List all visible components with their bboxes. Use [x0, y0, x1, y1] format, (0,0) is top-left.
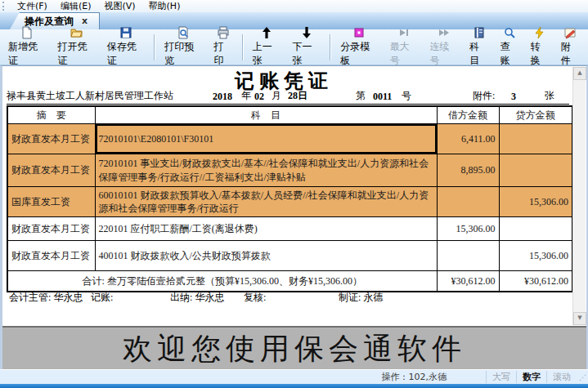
lightning-icon [533, 26, 546, 39]
status-bar: 操作：102,永德 大写 数字 滚动 ⋰ [0, 369, 588, 384]
total-debit: ¥30,612.00 [437, 271, 499, 292]
menu-help[interactable]: 帮助(H) [142, 0, 187, 12]
welcome-text: 欢迎您使用保会通软件 [123, 329, 466, 369]
check-account-button[interactable]: 查账 [494, 30, 524, 65]
window-bottom-edge [0, 384, 588, 388]
summary-cell[interactable]: 财政直发本月工资 [7, 154, 95, 187]
summary-cell[interactable]: 财政直发本月工资 [7, 217, 95, 241]
date-month-label: 月 [272, 89, 281, 103]
convert-button[interactable]: 转换 [525, 30, 555, 65]
signer-line: 会计主管: 华永忠 记账: 出纳: 华永忠 复核: 制证: 永德 [9, 291, 573, 302]
save-voucher-button[interactable]: 保存凭证 [101, 30, 150, 65]
attachment-unit: 张 [545, 89, 554, 103]
debit-cell[interactable] [437, 187, 499, 217]
summary-cell[interactable]: 国库直发工资 [7, 187, 95, 217]
print-preview-icon [177, 26, 190, 39]
menu-edit[interactable]: 编辑(E) [54, 0, 98, 12]
debit-cell[interactable]: 8,895.00 [437, 154, 499, 187]
resize-grip-icon[interactable]: ⋰ [577, 373, 588, 381]
summary-cell[interactable]: 财政直发本月工资 [7, 124, 95, 154]
total-row: 合计: 叁万零陆佰壹拾贰元整（预算¥15,306.00、财务¥15,306.00… [7, 271, 572, 292]
date-day[interactable]: 28日 [288, 89, 307, 103]
new-voucher-button[interactable]: 新增凭证 [2, 30, 52, 65]
attachment-button[interactable]: 附件 [555, 30, 586, 65]
summary-cell[interactable]: 财政直发本月工资 [7, 241, 95, 271]
voucher-workspace: 记账凭证 禄丰县黄土坡工人新村居民管理工作站 2018 年 02 月 28日 第… [0, 65, 588, 371]
unit-name: 禄丰县黄土坡工人新村居民管理工作站 [7, 89, 173, 103]
debit-cell[interactable]: 6,411.00 [437, 124, 499, 154]
subject-button[interactable]: 科目 [464, 30, 494, 65]
date-year[interactable]: 2018 [213, 91, 232, 103]
total-credit: ¥30,612.00 [499, 271, 572, 292]
template-icon [352, 26, 366, 39]
operator-status: 操作：102,永德 [382, 371, 447, 383]
debit-cell[interactable]: 15,306.00 [437, 217, 499, 241]
toolbar-separator [242, 34, 244, 60]
scroll-down-icon[interactable]: ▼ [573, 312, 586, 325]
print-preview-button[interactable]: 打印预览 [159, 30, 208, 65]
voucher-number-suffix: 号 [402, 89, 411, 103]
header-credit: 贷方金额 [499, 106, 572, 124]
voucher-table: 摘 要 科 目 借方金额 贷方金额 财政直发本月工资 72010101\E208… [7, 105, 573, 292]
tab-bar: 操作及查询 x [0, 12, 588, 30]
arrow-up-icon [260, 26, 273, 39]
toolbar-grip-icon [2, 2, 6, 11]
scrolllock-indicator: 滚动 [546, 371, 577, 383]
credit-cell[interactable]: 15,306.00 [499, 241, 572, 271]
toolbar-separator [154, 34, 155, 60]
account-cell[interactable]: 60010101 财政拨款预算收入/基本拨款/人员经费//社会保障和就业支出/人… [95, 187, 437, 217]
next-voucher-button[interactable]: 下一张 [286, 30, 326, 65]
open-voucher-button[interactable]: 打开凭证 [52, 30, 101, 65]
header-debit: 借方金额 [437, 106, 499, 124]
voucher-number[interactable]: 0011 [373, 91, 392, 103]
table-row: 财政直发本月工资 220101 应付职工薪酬/工资(离退休费) 15,306.0… [7, 217, 572, 241]
printer-icon [217, 26, 230, 39]
table-row: 财政直发本月工资 400101 财政拨款收入/公共财政预算拨款 15,306.0… [7, 241, 572, 271]
skip-to-end-icon [397, 26, 411, 39]
signer-preparer: 制证: 永德 [339, 291, 383, 305]
account-cell-selected[interactable]: 72010101\E2080101\F30101 [95, 124, 437, 154]
new-document-icon [20, 26, 34, 39]
header-account: 科 目 [95, 106, 437, 124]
menu-bar: 文件(F) 编辑(E) 视图(V) 帮助(H) [0, 0, 588, 12]
welcome-banner: 欢迎您使用保会通软件 [2, 326, 586, 371]
scroll-up-icon[interactable]: ▲ [573, 67, 586, 80]
print-button[interactable]: 打印 [209, 30, 239, 65]
credit-cell[interactable] [499, 124, 572, 154]
voucher-info-line: 禄丰县黄土坡工人新村居民管理工作站 2018 年 02 月 28日 第 0011… [7, 91, 569, 105]
menu-file[interactable]: 文件(F) [11, 0, 54, 12]
vertical-scrollbar[interactable]: ▲ ▼ [572, 67, 586, 325]
table-row: 财政直发本月工资 72010101 事业支出/财政拨款支出/基本//社会保障和就… [7, 154, 572, 187]
arrow-down-icon [300, 26, 313, 39]
debit-cell[interactable] [437, 241, 499, 271]
credit-cell[interactable]: 15,306.00 [499, 187, 572, 217]
table-row: 财政直发本月工资 72010101\E2080101\F30101 6,411.… [7, 124, 572, 154]
menu-view[interactable]: 视图(V) [97, 0, 141, 12]
attachment-label: 附件: [473, 89, 495, 103]
previous-voucher-button[interactable]: 上一张 [247, 30, 287, 65]
toolbar: 新增凭证 打开凭证 保存凭证 打印预览 打印 上一张 下一张 分录模板 最大号 … [0, 29, 588, 65]
open-folder-icon [70, 26, 83, 39]
entry-template-button[interactable]: 分录模板 [334, 30, 384, 65]
account-cell[interactable]: 220101 应付职工薪酬/工资(离退休费) [95, 217, 437, 241]
date-month[interactable]: 02 [254, 91, 264, 103]
attachment-count[interactable]: 3 [511, 91, 516, 103]
signer-cashier: 出纳: 华永忠 [170, 291, 224, 305]
attachment-note-icon [563, 26, 577, 39]
magnifier-icon [503, 26, 516, 39]
fast-forward-icon [438, 26, 451, 39]
toolbar-separator [330, 34, 331, 60]
credit-cell[interactable] [499, 217, 572, 241]
ledger-book-icon [473, 26, 486, 39]
total-label: 合计: 叁万零陆佰壹拾贰元整（预算¥15,306.00、财务¥15,306.00… [7, 271, 437, 292]
account-cell[interactable]: 400101 财政拨款收入/公共财政预算拨款 [95, 241, 437, 271]
signer-bookkeeper: 记账: [91, 291, 113, 305]
account-cell[interactable]: 72010101 事业支出/财政拨款支出/基本//社会保障和就业支出/人力资源和… [95, 154, 437, 187]
signer-reviewer: 复核: [244, 291, 266, 305]
signer-accounting-supervisor: 会计主管: 华永忠 [9, 291, 83, 305]
credit-cell[interactable] [499, 154, 572, 187]
capslock-indicator: 大写 [486, 371, 516, 383]
continuous-number-button: 连续号 [424, 30, 464, 65]
save-floppy-icon [119, 26, 132, 39]
date-year-label: 年 [241, 89, 251, 103]
